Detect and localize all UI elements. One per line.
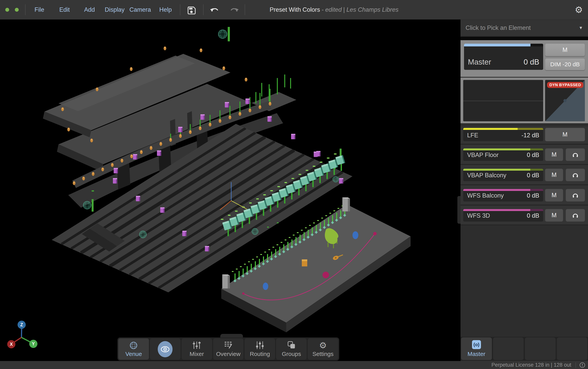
chevron-down-icon: ▼: [579, 25, 583, 31]
bus-mute-button[interactable]: M: [545, 169, 563, 181]
bus-value: 0 dB: [527, 152, 539, 159]
bus-row-wfs-3d: WFS 3D 0 dB M: [460, 205, 588, 226]
mixer-sidebar: Click to Pick an Element ▼ Master 0 dB M…: [460, 20, 588, 361]
venue-3d-scene[interactable]: Z X Y: [0, 20, 460, 361]
bus-solo-button[interactable]: [566, 169, 585, 181]
menubar-separator: [25, 4, 26, 15]
master-dim-button[interactable]: DIM -20 dB: [545, 59, 585, 70]
tab-empty-2[interactable]: [525, 338, 556, 360]
source-blue[interactable]: [352, 231, 358, 239]
tab-mixer[interactable]: Mixer: [181, 338, 212, 360]
undo-icon[interactable]: [210, 5, 219, 14]
bus-fader[interactable]: VBAP Balcony 0 dB: [463, 169, 543, 181]
tab-routing-label: Routing: [250, 351, 270, 357]
tab-routing[interactable]: Routing: [244, 338, 275, 360]
bus-value: -12 dB: [521, 132, 539, 139]
tab-overview-label: Overview: [216, 351, 240, 357]
speaker-tower[interactable]: [342, 197, 350, 211]
eye-icon: [158, 341, 172, 357]
eq-curve-display[interactable]: [463, 80, 543, 121]
menu-camera[interactable]: Camera: [130, 0, 151, 20]
bus-fader-bar: [463, 189, 543, 191]
bus-mute-button[interactable]: M: [545, 209, 563, 222]
source-crimson[interactable]: [373, 232, 377, 236]
visibility-button[interactable]: [150, 338, 180, 360]
bus-fader[interactable]: WFS Balcony 0 dB: [463, 189, 543, 202]
path-endpoint[interactable]: [242, 292, 244, 295]
master-value: 0 dB: [524, 58, 539, 66]
master-bus-icon: (o): [472, 340, 481, 349]
license-status: Perpetual License 128 in | 128 out: [491, 362, 571, 368]
groups-icon: [287, 341, 296, 349]
bus-row-wfs-balcony: WFS Balcony 0 dB M: [460, 185, 588, 205]
axis-z-label: Z: [20, 322, 23, 327]
bus-label: LFE: [467, 132, 478, 139]
menu-bar: File Edit Add Display Camera Help Preset…: [0, 0, 588, 20]
routing-icon: [256, 341, 264, 349]
master-label: Master: [468, 58, 491, 66]
bus-fader[interactable]: WFS 3D 0 dB: [463, 209, 543, 222]
window-dot-2[interactable]: [15, 8, 19, 12]
tab-settings-label: Settings: [312, 351, 333, 357]
master-fader[interactable]: Master 0 dB: [464, 44, 543, 70]
status-separator: [576, 362, 576, 368]
menubar-separator: [180, 4, 180, 15]
bus-row-vbap-balcony: VBAP Balcony 0 dB M: [460, 165, 588, 185]
tab-master-label: Master: [468, 351, 486, 357]
document-title: Preset With Colors - edited | Les Champs…: [270, 0, 399, 20]
dynamics-display[interactable]: DYN BYPASSED: [545, 80, 585, 121]
menu-help[interactable]: Help: [159, 0, 172, 20]
menu-add[interactable]: Add: [84, 0, 95, 20]
tab-venue-label: Venue: [125, 351, 142, 357]
bus-solo-button[interactable]: [566, 189, 585, 202]
bus-solo-button[interactable]: [566, 209, 585, 222]
source-blue[interactable]: [263, 283, 268, 290]
box-object[interactable]: [302, 259, 307, 266]
venue-3d-viewport[interactable]: Z X Y: [0, 20, 460, 361]
tab-groups-label: Groups: [282, 351, 301, 357]
menubar-separator: [245, 4, 245, 15]
speaker-tower[interactable]: [222, 274, 230, 288]
tab-empty-1[interactable]: [493, 338, 524, 360]
meter-bridge: [460, 37, 588, 40]
settings-gear-icon[interactable]: ⚙: [575, 0, 583, 20]
bus-solo-button[interactable]: [566, 148, 585, 161]
bus-mute-button[interactable]: M: [545, 128, 585, 141]
bus-value: 0 dB: [527, 172, 539, 179]
tab-venue[interactable]: Venue: [118, 338, 149, 360]
tab-settings[interactable]: ⚙ Settings: [308, 338, 338, 360]
tab-master[interactable]: (o) Master: [461, 338, 492, 360]
bus-fader[interactable]: VBAP Floor 0 dB: [463, 148, 543, 161]
save-icon[interactable]: [187, 5, 197, 15]
bus-mute-button[interactable]: M: [545, 189, 563, 202]
menu-display[interactable]: Display: [105, 0, 125, 20]
menu-edit[interactable]: Edit: [59, 0, 70, 20]
window-dot-1[interactable]: [5, 8, 9, 12]
axis-gizmo[interactable]: Z X Y: [7, 321, 37, 348]
sidebar-scrollbar[interactable]: [457, 196, 460, 224]
tab-overview[interactable]: Overview: [213, 338, 244, 360]
master-panel: Master 0 dB M DIM -20 dB: [460, 40, 588, 77]
menu-file[interactable]: File: [34, 0, 44, 20]
headphones-icon: [572, 172, 578, 178]
bus-value: 0 dB: [527, 192, 539, 199]
master-mute-button[interactable]: M: [545, 44, 585, 56]
info-icon[interactable]: [579, 362, 585, 368]
bus-row-lfe: LFE -12 dB M: [460, 126, 588, 145]
project-name: Les Champs Libres: [347, 6, 399, 13]
bus-mute-button[interactable]: M: [545, 148, 563, 161]
element-picker-dropdown[interactable]: Click to Pick an Element ▼: [460, 20, 588, 36]
bus-fader-bar: [463, 128, 543, 130]
headphones-icon: [572, 152, 578, 157]
bus-list: LFE -12 dB M VBAP Floor 0 dB M: [460, 126, 588, 226]
bus-fader[interactable]: LFE -12 dB: [463, 128, 543, 141]
source-crimson[interactable]: [322, 272, 329, 278]
tab-empty-3[interactable]: [557, 338, 588, 360]
sidebar-tab-row: (o) Master: [460, 337, 588, 361]
bus-label: VBAP Balcony: [467, 172, 506, 179]
headphones-icon: [572, 193, 578, 198]
gear-icon: ⚙: [319, 341, 327, 350]
redo-icon[interactable]: [230, 5, 239, 14]
bus-label: VBAP Floor: [467, 152, 498, 159]
tab-groups[interactable]: Groups: [276, 338, 307, 360]
